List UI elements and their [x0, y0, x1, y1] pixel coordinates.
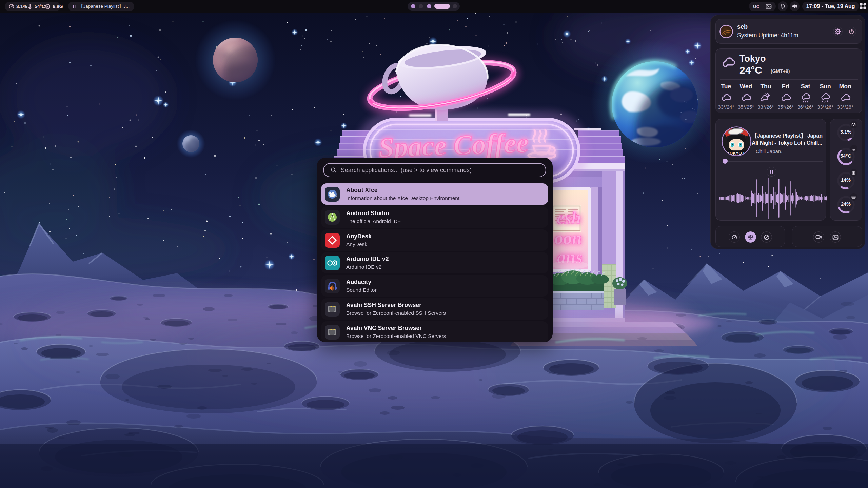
svg-text:oon: oon [554, 228, 582, 248]
svg-text:esh: esh [557, 208, 581, 227]
